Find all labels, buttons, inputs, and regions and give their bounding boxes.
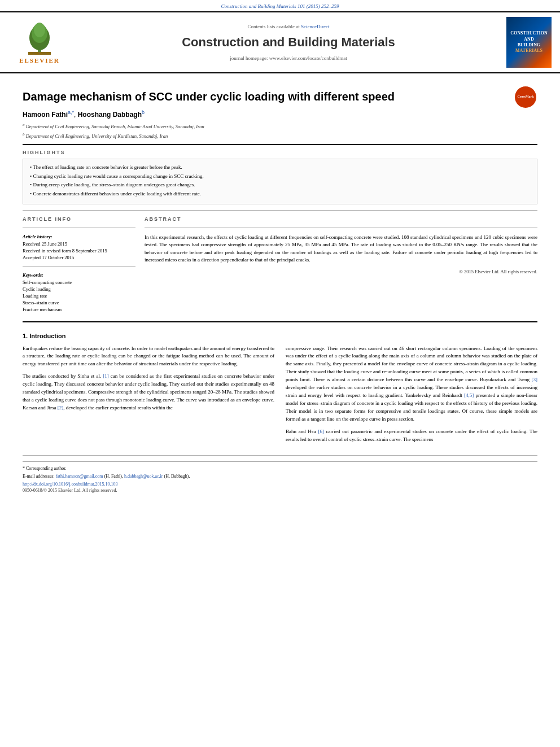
keyword-5: Fracture mechanism	[23, 307, 135, 312]
highlight-4: Concrete demonstrates different behavior…	[30, 190, 530, 198]
ref-3-link[interactable]: [3]	[532, 377, 538, 382]
divider-keywords	[23, 266, 135, 267]
article-body: CrossMark Damage mechanism of SCC under …	[0, 73, 560, 499]
journal-title: Construction and Building Materials	[182, 35, 395, 50]
article-title: Damage mechanism of SCC under cyclic loa…	[23, 89, 537, 104]
highlight-3: During creep cyclic loading, the stress–…	[30, 181, 530, 189]
affiliations: a Department of Civil Engineering, Sanan…	[23, 122, 537, 139]
svg-point-3	[34, 23, 45, 37]
affiliation-a: a Department of Civil Engineering, Sanan…	[23, 122, 537, 130]
intro-para-3: compressive range. Their research was ca…	[286, 345, 537, 423]
intro-col-left: Earthquakes reduce the bearing capacity …	[23, 345, 274, 448]
introduction-section: 1. Introduction Earthquakes reduce the b…	[23, 333, 537, 448]
intro-para-1: Earthquakes reduce the bearing capacity …	[23, 345, 274, 369]
author-1-sup: a,*	[68, 110, 74, 115]
author-2-name: Hooshang Dabbagh	[78, 111, 142, 119]
crossmark-icon: CrossMark	[515, 86, 536, 108]
history-label: Article history:	[23, 234, 135, 239]
crossmark-badge[interactable]: CrossMark	[515, 86, 537, 109]
keywords-label: Keywords:	[23, 272, 135, 278]
info-abstract-cols: ARTICLE INFO Article history: Received 2…	[23, 216, 537, 313]
divider-after-affiliations	[23, 144, 537, 145]
intro-col-right: compressive range. Their research was ca…	[286, 345, 537, 448]
keywords-section: Keywords: Self-compacting concrete Cycli…	[23, 272, 135, 312]
keyword-1: Self-compacting concrete	[23, 279, 135, 285]
elsevier-tree-icon	[17, 21, 62, 55]
cbm-logo-right: Construction and Building MATERIALS	[504, 17, 554, 68]
header-center: Contents lists available at ScienceDirec…	[79, 17, 498, 68]
keyword-3: Loading rate	[23, 293, 135, 299]
divider-after-highlights	[23, 210, 537, 211]
highlight-2: Changing cyclic loading rate would cause…	[30, 173, 530, 180]
highlights-label: HIGHLIGHTS	[23, 150, 537, 155]
elsevier-logo-left: ELSEVIER	[6, 17, 73, 68]
highlight-1: The effect of loading rate on concrete b…	[30, 164, 530, 171]
history-received: Received 25 June 2015	[23, 241, 135, 247]
top-journal-reference: Construction and Building Materials 101 …	[0, 0, 560, 11]
intro-para-2: The studies conducted by Sinha et al. [1…	[23, 373, 274, 412]
copyright-line: 0950-0618/© 2015 Elsevier Ltd. All right…	[23, 488, 537, 493]
abstract-text: In this experimental research, the effec…	[145, 234, 537, 264]
journal-homepage: journal homepage: www.elsevier.com/locat…	[230, 55, 347, 61]
article-history: Article history: Received 25 June 2015 R…	[23, 234, 135, 260]
divider-below-article-info	[23, 228, 135, 228]
doi-line: http://dx.doi.org/10.1016/j.conbuildmat.…	[23, 482, 537, 487]
author-1-name: Hamoon Fathi	[23, 111, 68, 119]
ref-6-link[interactable]: [6]	[318, 429, 324, 434]
divider-before-intro	[23, 321, 537, 322]
article-title-row: CrossMark Damage mechanism of SCC under …	[23, 89, 537, 104]
abstract-col: ABSTRACT In this experimental research, …	[145, 216, 537, 313]
cbm-logo-text: Construction and Building MATERIALS	[510, 30, 547, 54]
intro-body-cols: Earthquakes reduce the bearing capacity …	[23, 345, 537, 448]
footnotes-area: * Corresponding author. E-mail addresses…	[23, 461, 537, 493]
journal-header: ELSEVIER Contents lists available at Sci…	[0, 11, 560, 73]
elsevier-brand-text: ELSEVIER	[19, 57, 60, 64]
keyword-4: Stress–strain curve	[23, 300, 135, 305]
affiliation-b: b Department of Civil Engineering, Unive…	[23, 132, 537, 140]
article-info-label: ARTICLE INFO	[23, 216, 135, 222]
corresponding-author-note: * Corresponding author.	[23, 465, 537, 471]
footnote-divider	[23, 455, 537, 456]
highlights-box: The effect of loading rate on concrete b…	[23, 159, 537, 204]
email-note: E-mail addresses: fathi.hamoon@gmail.com…	[23, 473, 537, 479]
cbm-logo-box: Construction and Building MATERIALS	[506, 17, 552, 68]
intro-title: 1. Introduction	[23, 333, 537, 339]
highlights-section: HIGHLIGHTS The effect of loading rate on…	[23, 150, 537, 204]
email-1-link[interactable]: fathi.hamoon@gmail.com	[56, 474, 103, 479]
ref-2-link[interactable]: [2]	[58, 405, 64, 410]
ref-4-link[interactable]: [4,5]	[464, 392, 474, 398]
sciencedirect-link[interactable]: ScienceDirect	[301, 24, 329, 29]
abstract-label: ABSTRACT	[145, 216, 537, 222]
history-accepted: Accepted 17 October 2015	[23, 255, 135, 260]
keyword-2: Cyclic loading	[23, 286, 135, 292]
intro-para-4: Bahn and Hsu [6] carried out parametric …	[286, 428, 537, 444]
history-revised: Received in revised form 8 September 201…	[23, 248, 135, 254]
doi-link[interactable]: http://dx.doi.org/10.1016/j.conbuildmat.…	[23, 482, 118, 487]
sciencedirect-line: Contents lists available at ScienceDirec…	[248, 24, 330, 29]
author-2-sup: b	[142, 110, 145, 115]
divider-below-abstract-label	[145, 228, 537, 228]
article-info-col: ARTICLE INFO Article history: Received 2…	[23, 216, 135, 313]
authors-line: Hamoon Fathia,*, Hooshang Dabbaghb	[23, 110, 537, 119]
email-2-link[interactable]: h.dabbagh@uok.ac.ir	[124, 474, 163, 479]
ref-1-link[interactable]: [1]	[103, 373, 109, 379]
abstract-copyright: © 2015 Elsevier Ltd. All rights reserved…	[145, 269, 537, 274]
